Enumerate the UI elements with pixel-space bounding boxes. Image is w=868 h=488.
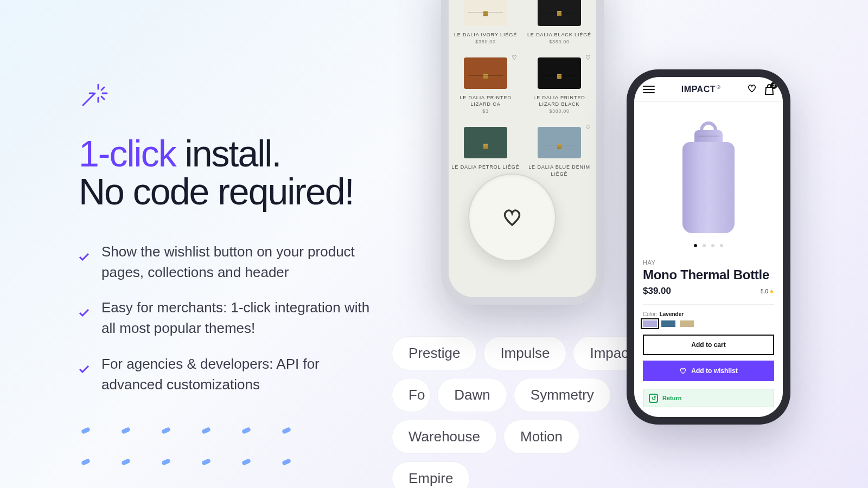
return-icon: ↺ xyxy=(649,394,658,403)
store-logo[interactable]: IMPACT® xyxy=(681,85,720,94)
product-info: HAY Mono Thermal Bottle $39.00 5.0★ Colo… xyxy=(634,253,783,381)
product-thumb xyxy=(464,57,507,89)
product-thumb xyxy=(538,0,581,26)
product-title: Mono Thermal Bottle xyxy=(643,267,774,282)
color-swatches xyxy=(643,320,774,327)
svg-line-6 xyxy=(101,97,104,99)
menu-icon[interactable] xyxy=(643,86,655,93)
check-icon xyxy=(79,246,90,282)
feature-item: Show the wishlist button on your product… xyxy=(79,242,382,282)
magic-wand-icon xyxy=(79,81,107,110)
theme-chip: Warehouse xyxy=(392,420,497,454)
cart-count-badge: 2 xyxy=(770,82,777,89)
svg-line-0 xyxy=(83,93,95,105)
feature-list: Show the wishlist button on your product… xyxy=(79,242,382,395)
product-thumb xyxy=(464,0,507,26)
theme-chip: Empire xyxy=(392,461,470,488)
product-price: $380.00 xyxy=(525,39,594,44)
wishlist-heart-icon[interactable]: ♡ xyxy=(585,54,591,61)
image-pager[interactable] xyxy=(694,244,723,247)
swatch[interactable] xyxy=(661,320,675,327)
product-thumb xyxy=(464,127,507,158)
product-name: LE DALIA PRINTED LIZARD BLACK xyxy=(525,94,594,107)
bottle-illustration xyxy=(682,121,735,233)
swatch[interactable] xyxy=(643,320,657,327)
star-icon: ★ xyxy=(769,288,774,294)
product-name: LE DALIA PRINTED LIZARD CA xyxy=(451,94,520,107)
product-name: LE DALIA PETROL LIÉGÉ xyxy=(451,164,520,170)
feature-item: Easy for merchants: 1-click integration … xyxy=(79,298,382,338)
check-icon xyxy=(79,302,90,338)
add-to-wishlist-button[interactable]: Add to wishlist xyxy=(643,361,774,381)
add-to-cart-button[interactable]: Add to cart xyxy=(643,335,774,355)
product-grid: LE DALIA IVORY LIÉGÉ$380.00LE DALIA BLAC… xyxy=(449,0,596,185)
product-rating: 5.0★ xyxy=(761,288,774,294)
return-banner[interactable]: ↺ Return xyxy=(643,389,774,407)
color-label-row: Color:Lavender xyxy=(643,311,774,317)
decorative-dots xyxy=(81,428,302,488)
hero-title: 1-click install. No code required! xyxy=(79,134,382,210)
product-card[interactable]: LE DALIA IVORY LIÉGÉ$380.00 xyxy=(449,0,522,51)
marketing-copy: 1-click install. No code required! Show … xyxy=(79,81,382,410)
theme-chip: Motion xyxy=(503,420,579,454)
phone-mockup-collection: FILTER SORT BY ⌄ LE DALIA IVORY LIÉGÉ$38… xyxy=(441,0,604,305)
theme-chip-list: Prestige Impulse Impact Fo Dawn Symmetry… xyxy=(392,336,652,488)
theme-chip: Symmetry xyxy=(514,378,611,412)
phone-mockup-product: IMPACT® 2 HAY Mono Thermal Bottle xyxy=(627,69,790,425)
product-name: LE DALIA BLACK LIÉGÉ xyxy=(525,31,594,38)
product-card[interactable]: LE DALIA BLACK LIÉGÉ$380.00 xyxy=(522,0,596,51)
product-vendor: HAY xyxy=(643,259,774,266)
feature-item: For agencies & developers: API for advan… xyxy=(79,354,382,395)
product-thumb xyxy=(538,57,581,89)
cart-icon[interactable]: 2 xyxy=(764,84,774,95)
heart-icon xyxy=(679,368,687,374)
store-header: IMPACT® 2 xyxy=(634,77,783,102)
swatch[interactable] xyxy=(680,320,694,327)
wishlist-heart-icon[interactable]: ♡ xyxy=(585,124,591,131)
heart-icon xyxy=(502,208,522,227)
product-price: $39.00 xyxy=(643,286,671,297)
theme-chip: Prestige xyxy=(392,336,477,370)
svg-line-5 xyxy=(101,87,104,90)
wishlist-heart-icon[interactable]: ♡ xyxy=(512,54,517,61)
product-card[interactable]: ♡LE DALIA PRINTED LIZARD BLACK$380.00 xyxy=(522,51,596,120)
product-thumb xyxy=(538,127,581,158)
theme-chip: Impulse xyxy=(483,336,566,370)
product-price: $3 xyxy=(451,108,520,114)
product-name: LE DALIA IVORY LIÉGÉ xyxy=(451,31,520,38)
wishlist-magnifier xyxy=(468,174,556,261)
wishlist-icon[interactable] xyxy=(747,84,757,95)
product-card[interactable]: ♡LE DALIA BLUE DENIM LIÉGÉ xyxy=(522,120,596,184)
hero-accent: 1-click xyxy=(79,133,176,174)
product-price: $380.00 xyxy=(525,108,594,114)
product-price: $380.00 xyxy=(451,39,520,44)
product-card[interactable]: ♡LE DALIA PRINTED LIZARD CA$3 xyxy=(449,51,522,120)
check-icon xyxy=(79,358,90,395)
theme-chip: Dawn xyxy=(437,378,507,412)
product-image[interactable] xyxy=(634,102,783,253)
product-name: LE DALIA BLUE DENIM LIÉGÉ xyxy=(525,164,594,177)
theme-chip: Fo xyxy=(392,378,431,412)
